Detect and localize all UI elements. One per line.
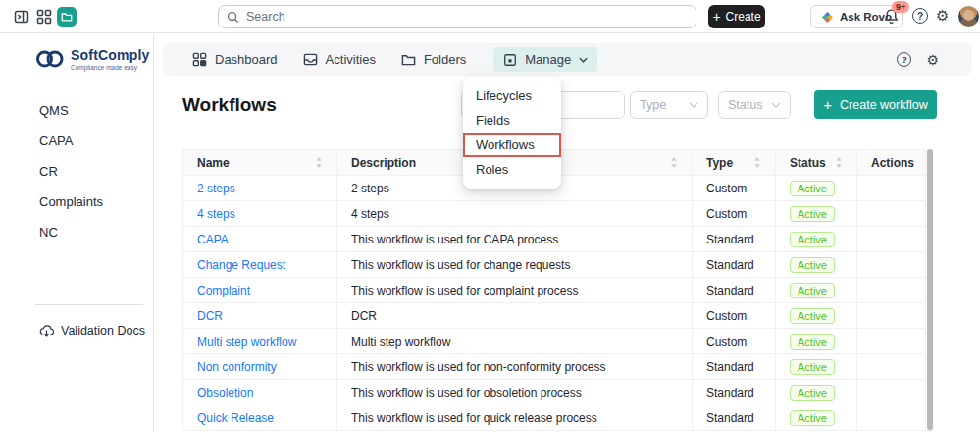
menu-item-workflows[interactable]: Workflows [463, 133, 561, 157]
table-scrollbar[interactable] [927, 149, 933, 432]
description-cell: This workflow is used for quick release … [337, 405, 693, 431]
actions-cell [857, 329, 926, 354]
status-badge: Active [790, 410, 835, 426]
column-label: Type [706, 156, 733, 170]
workflow-name-link[interactable]: Quick Release [197, 411, 274, 425]
sidebar-item-cr[interactable]: CR [39, 161, 153, 181]
actions-cell [857, 201, 926, 227]
manage-icon [503, 53, 517, 67]
sidebar-menu: QMS CAPA CR Complaints NC [0, 90, 153, 242]
menu-item-roles[interactable]: Roles [463, 157, 561, 182]
workflow-name-link[interactable]: Non conformity [197, 360, 277, 374]
global-search[interactable] [218, 5, 696, 28]
create-button-label: Create [726, 10, 761, 24]
type-cell: Custom [693, 329, 776, 354]
tab-manage-label: Manage [525, 52, 571, 67]
softcomply-app-tile[interactable] [57, 7, 77, 27]
actions-cell [857, 303, 926, 329]
status-badge: Active [790, 232, 835, 247]
validation-docs-link[interactable]: Validation Docs [39, 324, 145, 338]
tab-folders[interactable]: Folders [401, 52, 466, 67]
table-row: DCRDCRCustomActive [183, 303, 926, 329]
app-switcher-button[interactable] [36, 9, 52, 25]
folders-icon [401, 52, 416, 67]
menu-item-fields[interactable]: Fields [463, 108, 561, 133]
status-cell: Active [776, 329, 857, 354]
rovo-icon [821, 11, 834, 24]
softcomply-brand: SoftComply Compliance made easy [35, 47, 150, 71]
workflow-name-link[interactable]: Complaint [197, 284, 250, 297]
validation-docs-label: Validation Docs [61, 324, 145, 338]
sort-icon [670, 157, 678, 168]
workflow-name-link[interactable]: DCR [197, 309, 223, 323]
description-cell: This workflow is used for complaint proc… [337, 278, 693, 303]
table-row: 4 steps4 stepsCustomActive [183, 201, 926, 227]
table-row: Quick ReleaseThis workflow is used for q… [183, 405, 926, 431]
status-filter-select[interactable]: Status [718, 91, 791, 119]
actions-cell [857, 380, 926, 405]
column-header-status[interactable]: Status [776, 150, 857, 176]
create-workflow-button[interactable]: + Create workflow [814, 90, 937, 119]
status-badge: Active [790, 308, 835, 324]
sort-icon [315, 157, 323, 168]
softcomply-logo-icon [35, 48, 65, 70]
column-label: Status [790, 156, 826, 170]
description-cell: This workflow is used for change request… [337, 252, 693, 278]
column-header-name[interactable]: Name [183, 150, 337, 176]
tab-manage[interactable]: Manage [493, 47, 597, 72]
table-row: CAPAThis workflow is used for CAPA proce… [183, 227, 926, 252]
plus-icon: + [712, 10, 720, 24]
workflow-name-link[interactable]: 2 steps [197, 182, 235, 195]
sidebar-item-qms[interactable]: QMS [39, 100, 153, 120]
create-button[interactable]: + Create [708, 5, 765, 28]
status-cell: Active [776, 252, 857, 278]
type-cell: Standard [693, 227, 776, 252]
workflow-name-link[interactable]: 4 steps [197, 207, 235, 221]
sidebar-item-capa[interactable]: CAPA [39, 131, 153, 150]
workflows-table: Name Description Type Status Actions [182, 149, 926, 431]
name-cell: DCR [183, 303, 337, 329]
name-cell: Quick Release [183, 405, 337, 431]
top-bar: + Create Ask Rovo 9+ ? ⚙ [0, 0, 980, 33]
workflow-name-link[interactable]: CAPA [197, 233, 229, 246]
workflow-name-link[interactable]: Change Request [197, 258, 285, 272]
settings-button[interactable]: ⚙ [936, 8, 949, 23]
tab-activities[interactable]: Activities [303, 52, 376, 67]
type-cell: Standard [693, 405, 776, 431]
workflow-name-link[interactable]: Obsoletion [197, 386, 253, 400]
search-icon [227, 11, 239, 24]
type-filter-select[interactable]: Type [630, 91, 708, 119]
help-button[interactable]: ? [912, 8, 928, 24]
name-cell: 2 steps [183, 176, 337, 201]
band-settings-icon[interactable]: ⚙ [926, 53, 939, 67]
scrollbar-thumb[interactable] [927, 149, 933, 430]
workflow-name-link[interactable]: Multi step workflow [197, 335, 296, 349]
tab-dashboard[interactable]: Dashboard [192, 52, 278, 67]
sidebar-item-nc[interactable]: NC [39, 222, 153, 242]
chevron-down-icon [689, 102, 698, 108]
plugin-nav-band: Dashboard Activities Folders Manage [163, 43, 972, 76]
table-row: Change RequestThis workflow is used for … [183, 252, 926, 278]
column-header-type[interactable]: Type [693, 150, 776, 176]
sidebar-item-complaints[interactable]: Complaints [39, 191, 153, 211]
tab-dashboard-label: Dashboard [215, 52, 278, 67]
dashboard-icon [192, 52, 207, 67]
band-help-icon[interactable]: ? [897, 52, 911, 67]
brand-tagline: Compliance made easy [71, 64, 150, 71]
description-cell: 4 steps [337, 201, 693, 227]
app-grid-icon [36, 9, 52, 25]
menu-item-lifecycles[interactable]: Lifecycles [463, 83, 561, 108]
description-cell: Multi step workflow [337, 329, 693, 354]
table-row: ComplaintThis workflow is used for compl… [183, 278, 926, 303]
status-badge: Active [790, 181, 835, 196]
global-search-input[interactable] [246, 10, 688, 24]
name-cell: Non conformity [183, 354, 337, 380]
sidebar-toggle-button[interactable] [14, 9, 29, 25]
inbox-icon [303, 52, 318, 67]
user-avatar[interactable] [958, 6, 979, 27]
status-badge: Active [790, 206, 835, 222]
table-row: Multi step workflowMulti step workflowCu… [183, 329, 926, 354]
cloud-download-icon [39, 325, 54, 338]
name-cell: Multi step workflow [183, 329, 337, 354]
type-cell: Standard [693, 252, 776, 278]
